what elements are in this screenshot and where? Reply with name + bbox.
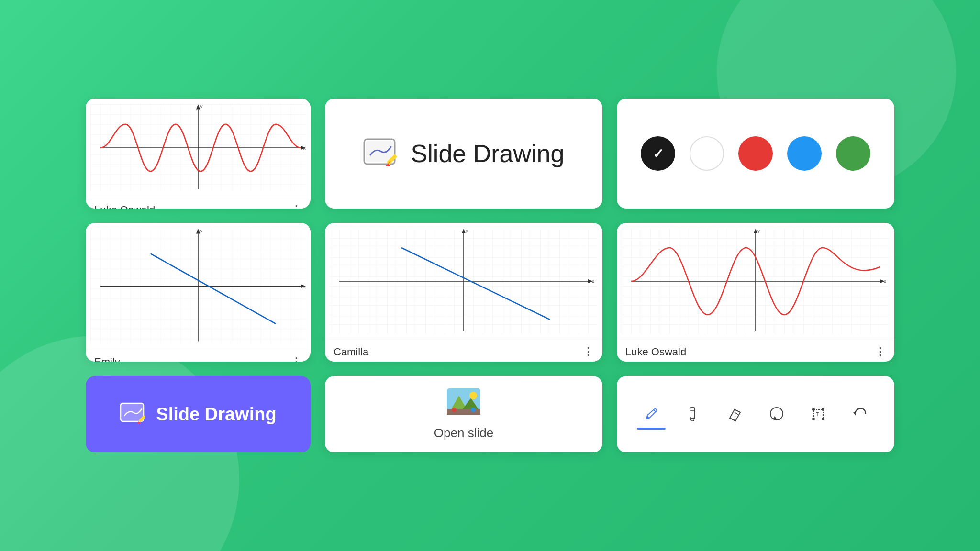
emily-footer: Emily ⋮	[86, 350, 311, 362]
camilla-footer: Camilla ⋮	[325, 340, 602, 362]
color-red[interactable]	[738, 136, 773, 171]
camilla-menu[interactable]: ⋮	[583, 346, 594, 358]
marker-icon	[684, 406, 702, 423]
slide-drawing-btn-icon	[120, 402, 148, 426]
svg-text:x: x	[884, 279, 886, 284]
luke-oswald-top-menu[interactable]: ⋮	[291, 204, 302, 209]
undo-icon	[851, 406, 869, 423]
transform-icon: T	[810, 406, 827, 423]
luke-oswald-bottom-menu[interactable]: ⋮	[875, 346, 886, 358]
svg-text:y: y	[200, 228, 203, 233]
luke-oswald-bottom-card: x y Luke Oswald ⋮	[617, 223, 894, 362]
slide-drawing-btn-text: Slide Drawing	[156, 404, 276, 425]
svg-text:y: y	[757, 228, 760, 233]
camilla-card: x y Camilla ⋮	[325, 223, 602, 362]
luke-oswald-bottom-footer: Luke Oswald ⋮	[617, 340, 894, 362]
color-blue[interactable]	[787, 136, 822, 171]
slide-drawing-title-card: Slide Drawing	[325, 99, 602, 209]
color-picker-card	[617, 99, 894, 209]
toolbar-transform-button[interactable]: T	[804, 402, 833, 427]
open-slide-text: Open slide	[434, 426, 493, 441]
svg-point-55	[822, 408, 824, 411]
slide-drawing-button[interactable]: Slide Drawing	[86, 376, 311, 452]
toolbar-card: T	[617, 376, 894, 452]
emily-menu[interactable]: ⋮	[291, 356, 302, 362]
camilla-name: Camilla	[334, 346, 368, 358]
svg-marker-52	[773, 416, 777, 419]
open-slide-icon	[447, 388, 480, 421]
luke-oswald-top-name: Luke Oswald	[94, 204, 155, 209]
svg-point-57	[822, 418, 824, 420]
svg-text:y: y	[200, 104, 203, 109]
toolbar-undo-button[interactable]	[846, 402, 874, 427]
toolbar-pen-button[interactable]	[637, 402, 666, 427]
svg-point-44	[471, 408, 476, 412]
camilla-graph: x y	[325, 223, 602, 340]
eraser-icon	[726, 406, 743, 423]
toolbar-marker-button[interactable]	[679, 402, 707, 427]
svg-text:x: x	[592, 279, 594, 284]
slide-drawing-title-text: Slide Drawing	[411, 139, 565, 168]
color-green[interactable]	[836, 136, 870, 171]
svg-point-41	[469, 392, 477, 399]
svg-point-43	[452, 408, 457, 412]
comment-icon	[768, 406, 785, 423]
color-white[interactable]	[690, 136, 724, 171]
svg-marker-59	[853, 412, 856, 416]
toolbar-eraser-button[interactable]	[720, 402, 749, 427]
toolbar-comment-button[interactable]	[762, 402, 791, 427]
svg-rect-8	[366, 141, 393, 162]
svg-point-54	[812, 408, 815, 411]
svg-point-51	[770, 408, 783, 420]
color-black[interactable]	[641, 136, 675, 171]
emily-name: Emily	[94, 356, 120, 362]
luke-oswald-top-graph: x y	[86, 99, 311, 198]
slide-drawing-title-icon	[363, 138, 401, 169]
svg-line-45	[653, 409, 656, 412]
emily-graph: x y	[86, 223, 311, 350]
svg-rect-46	[690, 408, 695, 418]
luke-oswald-bottom-name: Luke Oswald	[625, 346, 686, 358]
svg-line-49	[730, 418, 735, 421]
svg-text:x: x	[303, 145, 306, 151]
svg-line-50	[735, 412, 738, 415]
open-slide-card[interactable]: Open slide	[325, 376, 602, 452]
luke-oswald-top-footer: Luke Oswald ⋮	[86, 198, 311, 209]
svg-text:T: T	[816, 412, 819, 417]
svg-point-56	[812, 418, 815, 420]
emily-card: x y Emily ⋮	[86, 223, 311, 362]
svg-text:y: y	[466, 228, 468, 233]
luke-oswald-top-card: x y Luke Oswald ⋮	[86, 99, 311, 209]
pen-icon	[643, 406, 660, 423]
luke-oswald-bottom-graph: x y	[617, 223, 894, 340]
svg-text:x: x	[303, 284, 306, 289]
